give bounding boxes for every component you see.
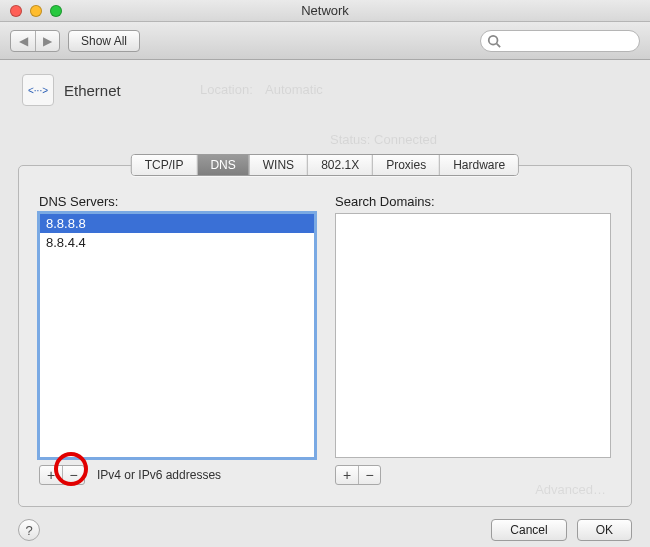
dns-servers-list[interactable]: 8.8.8.8 8.8.4.4 [39, 213, 315, 458]
forward-button[interactable]: ▶ [35, 31, 59, 51]
help-button[interactable]: ? [18, 519, 40, 541]
connection-name: Ethernet [64, 82, 121, 99]
list-item[interactable]: 8.8.4.4 [40, 233, 314, 252]
minimize-icon[interactable] [30, 5, 42, 17]
nav-back-forward[interactable]: ◀ ▶ [10, 30, 60, 52]
remove-domain-button[interactable]: − [358, 466, 380, 484]
cancel-button[interactable]: Cancel [491, 519, 566, 541]
content-area: <···> Ethernet Location: Automatic Statu… [0, 60, 650, 547]
dns-servers-column: DNS Servers: 8.8.8.8 8.8.4.4 + − IPv4 or… [39, 194, 315, 486]
tab-proxies[interactable]: Proxies [372, 155, 439, 175]
show-all-button[interactable]: Show All [68, 30, 140, 52]
dns-panel: DNS Servers: 8.8.8.8 8.8.4.4 + − IPv4 or… [18, 165, 632, 507]
tab-wins[interactable]: WINS [249, 155, 307, 175]
search-domains-column: Search Domains: + − [335, 194, 611, 486]
tab-8021x[interactable]: 802.1X [307, 155, 372, 175]
search-input[interactable] [480, 30, 640, 52]
search-domains-label: Search Domains: [335, 194, 611, 209]
svg-line-1 [497, 43, 501, 47]
add-domain-button[interactable]: + [336, 466, 358, 484]
add-dns-button[interactable]: + [40, 466, 62, 484]
window-title: Network [0, 3, 650, 18]
status-faint: Status: Connected [330, 132, 437, 147]
tab-segmented-control[interactable]: TCP/IP DNS WINS 802.1X Proxies Hardware [131, 154, 519, 176]
search-icon [487, 34, 501, 48]
tab-dns[interactable]: DNS [196, 155, 248, 175]
search-domains-list[interactable] [335, 213, 611, 458]
list-item[interactable]: 8.8.8.8 [40, 214, 314, 233]
dns-servers-label: DNS Servers: [39, 194, 315, 209]
sheet-buttons: Cancel OK [491, 519, 632, 541]
svg-point-0 [489, 35, 498, 44]
preference-header: <···> Ethernet [0, 60, 650, 116]
search-wrap [480, 30, 640, 52]
zoom-icon[interactable] [50, 5, 62, 17]
window-controls [0, 5, 62, 17]
ethernet-icon: <···> [22, 74, 54, 106]
search-domains-footer: + − [335, 458, 611, 486]
toolbar: ◀ ▶ Show All [0, 22, 650, 60]
remove-dns-button[interactable]: − [62, 466, 84, 484]
settings-sheet: TCP/IP DNS WINS 802.1X Proxies Hardware … [18, 168, 632, 507]
dns-hint: IPv4 or IPv6 addresses [97, 468, 221, 482]
search-domains-plus-minus[interactable]: + − [335, 465, 381, 485]
close-icon[interactable] [10, 5, 22, 17]
titlebar: Network [0, 0, 650, 22]
tab-tcpip[interactable]: TCP/IP [132, 155, 197, 175]
tab-hardware[interactable]: Hardware [439, 155, 518, 175]
dns-servers-footer: + − IPv4 or IPv6 addresses [39, 458, 315, 486]
ok-button[interactable]: OK [577, 519, 632, 541]
dns-servers-plus-minus[interactable]: + − [39, 465, 85, 485]
back-button[interactable]: ◀ [11, 31, 35, 51]
